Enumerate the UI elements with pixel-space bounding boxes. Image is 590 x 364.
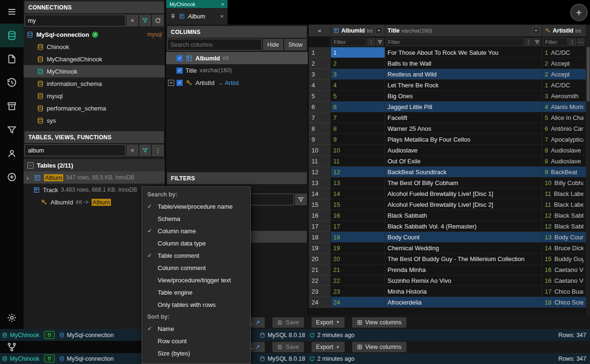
tab-album[interactable]: Album × (166, 8, 228, 25)
databases-nav-icon[interactable] (0, 24, 24, 47)
albumid-cell[interactable]: 16 (331, 210, 385, 221)
database-item[interactable]: Chinook (24, 41, 165, 53)
current-database[interactable]: MyChinook (2, 332, 40, 339)
albumid-cell[interactable]: 23 (331, 286, 385, 297)
view-columns-button[interactable]: View columns (352, 342, 406, 352)
menu-item[interactable]: Table engine (142, 286, 250, 298)
title-cell[interactable]: Big Ones (385, 91, 542, 102)
artistid-cell[interactable]: 1AC/DC (542, 80, 586, 91)
artistid-cell[interactable]: 9BackBeat (542, 167, 586, 178)
row-number-cell[interactable]: 20 (309, 254, 331, 264)
connection-item[interactable]: MySql-connection ✓ mysql (24, 28, 165, 41)
title-cell[interactable]: BackBeat Soundtrack (385, 167, 542, 178)
database-item[interactable]: information_schema (24, 77, 165, 90)
filter-menu-icon[interactable]: ⋮ (524, 38, 532, 46)
checkbox-checked-icon[interactable]: ✓ (177, 80, 183, 86)
clear-search-icon[interactable]: × (126, 144, 138, 156)
albumid-cell[interactable]: 15 (331, 199, 385, 210)
albumid-cell[interactable]: 3 (331, 69, 385, 80)
menu-item[interactable]: Column comment (142, 262, 250, 274)
row-number-cell[interactable]: 19 (309, 243, 331, 254)
albumid-cell[interactable]: 9 (331, 134, 385, 145)
title-cell[interactable]: Alcohol Fueled Brewtality Live! [Disc 2] (385, 199, 542, 210)
last-refresh[interactable]: 2 minutes ago (309, 332, 354, 339)
pin-icon[interactable] (170, 13, 176, 19)
close-icon[interactable]: × (221, 1, 224, 7)
database-item[interactable]: sys (24, 114, 165, 127)
expand-icon[interactable]: + (168, 80, 174, 86)
filter-input-title[interactable] (386, 38, 524, 46)
albumid-cell[interactable]: 7 (331, 112, 385, 123)
artistid-cell[interactable]: 16Caetano Veloso (542, 264, 586, 275)
menu-item[interactable]: ✓Table/view/procedure name (142, 200, 250, 212)
menu-item[interactable]: Size (bytes) (142, 347, 250, 359)
database-item[interactable]: MyChinook (24, 65, 165, 77)
menu-item[interactable]: ✓Table comment (142, 249, 250, 262)
column-header-albumid[interactable]: AlbumId int ▼ (331, 25, 385, 37)
artistid-cell[interactable]: 10Billy Cobham (542, 178, 586, 188)
row-number-cell[interactable]: 9 (309, 134, 331, 145)
menu-item[interactable]: View/procedure/trigger text (142, 274, 250, 286)
menu-item[interactable]: Row count (142, 335, 250, 347)
archive-nav-icon[interactable] (0, 94, 24, 118)
title-cell[interactable]: Alcohol Fueled Brewtality Live! [Disc 1] (385, 188, 542, 199)
row-number-cell[interactable]: 10 (309, 145, 331, 156)
albumid-cell[interactable]: 6 (331, 102, 385, 112)
menu-item[interactable]: ✓Name (142, 322, 250, 335)
filter-more-icon[interactable]: ⋯ (577, 38, 585, 46)
filter-input-albumid[interactable] (331, 38, 367, 46)
artistid-cell[interactable]: 18Chico Science & Nação Zumbi (542, 297, 586, 308)
database-item[interactable]: mysql (24, 90, 165, 102)
artistid-cell[interactable]: 1AC/DC (542, 47, 586, 58)
columns-search-input[interactable] (167, 39, 262, 51)
artistid-cell[interactable]: 13Body Count (542, 232, 586, 243)
title-cell[interactable]: Audioslave (385, 145, 542, 156)
column-row-albumid[interactable]: ✓ AlbumId int (166, 52, 308, 64)
row-number-cell[interactable]: 2 (309, 58, 331, 69)
title-cell[interactable]: Balls to the Wall (385, 58, 542, 69)
artistid-cell[interactable]: 8Audioslave (542, 156, 586, 167)
row-number-cell[interactable]: 22 (309, 275, 331, 286)
title-cell[interactable]: Sozinho Remix Ao Vivo (385, 275, 542, 286)
history-nav-icon[interactable] (0, 71, 24, 94)
albumid-cell[interactable]: 19 (331, 243, 385, 254)
row-number-cell[interactable]: 14 (309, 188, 331, 199)
row-number-cell[interactable]: 17 (309, 221, 331, 232)
clear-search-icon[interactable]: × (126, 15, 138, 26)
tables-search-input[interactable] (25, 144, 126, 156)
checkbox-checked-icon[interactable]: ✓ (177, 55, 183, 61)
menu-item[interactable]: ✓Column name (142, 225, 250, 237)
title-cell[interactable]: Warner 25 Anos (385, 123, 542, 134)
show-columns-button[interactable]: Show (284, 39, 307, 51)
artistid-cell[interactable]: 14Bruce Dickinson (542, 243, 586, 254)
search-options-menu-icon[interactable]: ⋮ (152, 144, 164, 156)
row-number-cell[interactable]: 11 (309, 156, 331, 167)
column-row-artistid[interactable]: + ✓ ArtistId → Artist (166, 76, 308, 89)
albumid-cell[interactable]: 12 (331, 167, 385, 178)
filter-funnel-icon[interactable] (533, 38, 541, 46)
artistid-cell[interactable]: 16Caetano Veloso (542, 275, 586, 286)
row-number-cell[interactable]: 24 (309, 297, 331, 308)
menu-item[interactable]: Only tables with rows (142, 298, 250, 311)
row-number-cell[interactable]: 3 (309, 69, 331, 80)
export-button[interactable]: Export▼ (312, 342, 345, 352)
albumid-cell[interactable]: 5 (331, 91, 385, 102)
albumid-cell[interactable]: 24 (331, 297, 385, 308)
artistid-cell[interactable]: 4Alanis Morissette (542, 102, 586, 112)
export-button[interactable]: Export▼ (312, 317, 345, 328)
filter-input-artistid[interactable] (543, 38, 568, 46)
title-cell[interactable]: The Best Of Buddy Guy - The Millenium Co… (385, 254, 542, 264)
foreign-key-link[interactable]: → Artist (217, 79, 239, 86)
artistid-cell[interactable]: 2Accept (542, 69, 586, 80)
title-cell[interactable]: The Best Of Billy Cobham (385, 178, 542, 188)
artistid-cell[interactable]: 2Accept (542, 58, 586, 69)
apply-filter-icon[interactable] (295, 194, 307, 205)
albumid-cell[interactable]: 11 (331, 156, 385, 167)
column-row-title[interactable]: ✓ Title varchar(160) (166, 64, 308, 76)
row-number-cell[interactable]: 8 (309, 123, 331, 134)
current-database[interactable]: MyChinook (2, 356, 40, 362)
artistid-cell[interactable]: 11Black Label Society (542, 199, 586, 210)
current-connection[interactable]: MySql-connection (59, 332, 114, 339)
row-number-cell[interactable]: 15 (309, 199, 331, 210)
artistid-cell[interactable]: 15Buddy Guy (542, 254, 586, 264)
